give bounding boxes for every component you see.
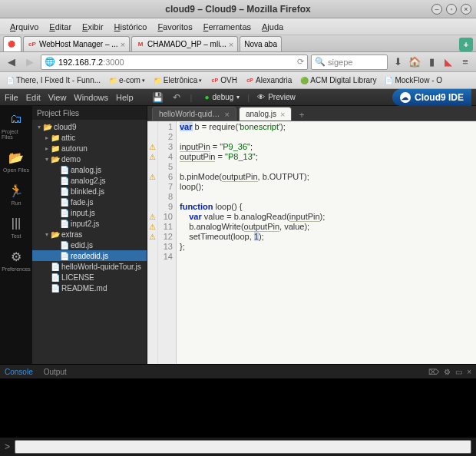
menu-favoritos[interactable]: Favoritos (152, 21, 197, 33)
bookmark-label: OVH (220, 76, 237, 84)
pocket-icon[interactable]: ◣ (441, 55, 455, 69)
line-number: 5 (158, 162, 173, 172)
tree-twisty-icon[interactable]: ▾ (35, 124, 43, 131)
tree-file[interactable]: 📄readedid.js (32, 250, 147, 261)
editor-tab-close-icon[interactable]: × (225, 110, 230, 119)
maximize-icon[interactable]: ◦ (446, 4, 457, 15)
menu-editar[interactable]: Editar (44, 21, 77, 33)
tab-console[interactable]: Console (5, 368, 33, 376)
download-icon[interactable]: ⬇ (391, 55, 405, 69)
project-tree[interactable]: ▾📂cloud9▸📁attic▸📁autorun▾📂demo📄analog.js… (32, 120, 147, 364)
clear-icon[interactable]: ⌦ (428, 368, 439, 376)
bookmarks-icon[interactable]: ▮ (425, 55, 438, 69)
preview-button[interactable]: 👁Preview (257, 93, 296, 101)
reload-icon[interactable]: ⟳ (297, 57, 304, 67)
bookmark-item[interactable]: 📄There, I Fixed It - Funn... (3, 75, 104, 85)
bookmark-item[interactable]: cPOVH (207, 75, 240, 85)
debug-button[interactable]: ●debug▾ (204, 93, 240, 101)
firefox-tabstrip: 🔴cPWebHost Manager – ...×MCHAMADO_HP – m… (0, 35, 476, 52)
tree-file[interactable]: 📄analog.js (32, 164, 147, 175)
rail-run[interactable]: 🏃Run (2, 182, 31, 206)
repl-input[interactable] (15, 440, 471, 454)
line-number: 6 (158, 172, 173, 182)
tree-file[interactable]: 📄input2.js (32, 218, 147, 229)
tree-folder[interactable]: ▾📂cloud9 (32, 121, 147, 132)
tree-twisty-icon[interactable]: ▸ (43, 134, 51, 141)
bookmark-icon: cP (246, 76, 254, 84)
c9-menu-view[interactable]: View (48, 93, 67, 102)
rail-label: Open Files (3, 167, 29, 173)
editor-tab[interactable]: analog.js× (239, 107, 292, 121)
tab-output[interactable]: Output (44, 368, 67, 376)
bookmark-item[interactable]: 🟢ACM Digital Library (297, 75, 379, 85)
url-bar[interactable]: 🌐 192.168.7.2:3000 ⟳ (41, 55, 308, 70)
close-panel-icon[interactable]: × (467, 368, 471, 376)
tree-file[interactable]: 📄LICENSE (32, 272, 147, 283)
rail-icon: ⚙ (8, 248, 25, 265)
tree-twisty-icon[interactable]: ▾ (43, 231, 51, 238)
menu-histórico[interactable]: Histórico (109, 21, 153, 33)
menu-icon[interactable]: ≡ (458, 55, 472, 69)
tree-file[interactable]: 📄input.js (32, 207, 147, 218)
tree-file[interactable]: 📄helloWorld-quideTour.js (32, 261, 147, 272)
tree-twisty-icon[interactable]: ▾ (43, 156, 51, 163)
browser-tab[interactable]: 🔴 (3, 36, 21, 51)
favicon-icon: M (136, 40, 145, 49)
bookmark-item[interactable]: 📁e-com▾ (106, 75, 148, 85)
new-tab-button[interactable]: + (459, 38, 473, 51)
rail-preferences[interactable]: ⚙Preferences (2, 248, 31, 272)
revert-icon[interactable]: ↶ (170, 91, 183, 104)
c9-menu-file[interactable]: File (5, 93, 18, 102)
line-number: 7 (158, 182, 173, 192)
tree-file[interactable]: 📄README.md (32, 283, 147, 293)
rail-project-files[interactable]: 🗂Project Files (2, 111, 31, 140)
tree-folder[interactable]: ▸📁attic (32, 132, 147, 143)
rail-open-files[interactable]: 📂Open Files (2, 149, 31, 173)
minimize-icon[interactable]: – (431, 4, 442, 15)
editor-tab[interactable]: helloWorld-quide...× (152, 107, 236, 121)
search-bar[interactable]: 🔍 sigepe (311, 55, 388, 70)
console-body[interactable] (0, 378, 476, 438)
code-content[interactable]: var b = require('bonescript'); inputPin … (177, 121, 476, 364)
menu-exibir[interactable]: Exibir (77, 21, 109, 33)
editor-new-tab-button[interactable]: + (294, 110, 309, 121)
tree-folder[interactable]: ▾📂demo (32, 154, 147, 164)
menu-arquivo[interactable]: Arquivo (5, 21, 44, 33)
tree-file[interactable]: 📄edid.js (32, 240, 147, 250)
save-icon[interactable]: 💾 (152, 91, 164, 104)
tab-close-icon[interactable]: × (121, 40, 125, 49)
tab-close-icon[interactable]: × (229, 40, 233, 49)
gear-icon[interactable]: ⚙ (444, 368, 451, 376)
bookmark-item[interactable]: cPAlexandria (243, 75, 295, 85)
line-number: 2 (158, 132, 173, 142)
warning-icon (147, 252, 157, 262)
editor-tab-close-icon[interactable]: × (280, 110, 285, 119)
browser-tab[interactable]: MCHAMADO_HP – mli...× (131, 36, 238, 51)
tree-file[interactable]: 📄analog2.js (32, 175, 147, 186)
tree-file[interactable]: 📄blinkled.js (32, 186, 147, 197)
c9-menu-help[interactable]: Help (116, 93, 134, 102)
tree-label: helloWorld-quideTour.js (61, 263, 141, 271)
code-editor[interactable]: 1234567891011121314 var b = require('bon… (147, 121, 476, 364)
favicon-icon: cP (28, 40, 37, 49)
browser-tab[interactable]: cPWebHost Manager – ...× (23, 36, 130, 51)
collapse-icon[interactable]: ▭ (455, 368, 462, 376)
menu-ferramentas[interactable]: Ferramentas (198, 21, 256, 33)
rail-label: Preferences (2, 266, 31, 272)
tree-folder[interactable]: ▾📂extras (32, 229, 147, 240)
bookmark-item[interactable]: 📁Eletrônica▾ (150, 75, 205, 85)
menu-ajuda[interactable]: Ajuda (256, 21, 289, 33)
bookmark-item[interactable]: 📄MockFlow - O (382, 75, 445, 85)
c9-menu-windows[interactable]: Windows (74, 93, 108, 102)
bookmark-label: There, I Fixed It - Funn... (16, 76, 101, 84)
home-icon[interactable]: 🏠 (408, 55, 421, 69)
rail-test[interactable]: |||Test (2, 215, 31, 239)
back-button[interactable]: ◀ (4, 55, 19, 70)
tree-twisty-icon[interactable]: ▸ (43, 145, 51, 152)
browser-tab[interactable]: Nova aba (240, 36, 282, 51)
tree-file[interactable]: 📄fade.js (32, 197, 147, 207)
tree-folder[interactable]: ▸📁autorun (32, 143, 147, 154)
repl-prompt: > (5, 441, 10, 452)
close-icon[interactable]: × (461, 4, 471, 15)
c9-menu-edit[interactable]: Edit (26, 93, 41, 102)
